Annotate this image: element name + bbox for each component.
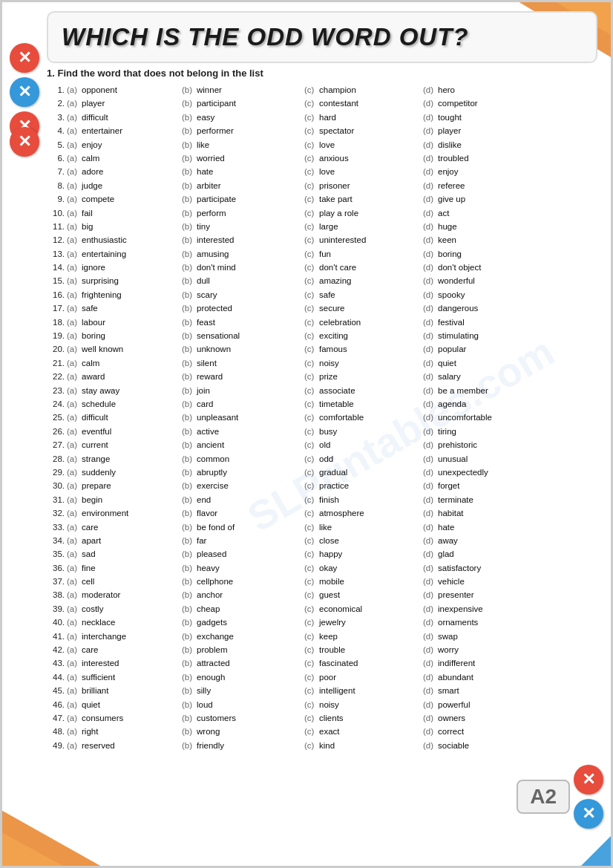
x-icon-1: ✕	[10, 43, 39, 73]
col-a-label: (a)	[67, 220, 80, 233]
col-a-label: (a)	[67, 630, 80, 643]
x-icon-2: ✕	[10, 77, 39, 107]
col-d-word: uncomfortable	[438, 411, 492, 424]
list-item: 44. (a) sufficient (b) enough (c) poor (…	[47, 670, 597, 684]
col-a-label: (a)	[67, 602, 80, 616]
col-c-label: (c)	[304, 316, 318, 329]
col-c-label: (c)	[304, 356, 318, 370]
col-b-label: (b)	[182, 288, 195, 301]
col-c-word: old	[319, 438, 423, 451]
col-d-label: (d)	[423, 288, 436, 301]
col-c-label: (c)	[304, 643, 318, 656]
col-d-label: (d)	[423, 301, 436, 315]
col-b-word: dull	[197, 274, 304, 287]
col-d-word: give up	[438, 192, 465, 206]
col-a-label: (a)	[67, 588, 80, 601]
col-b-word: friendly	[197, 739, 304, 752]
col-d-word: huge	[438, 220, 457, 233]
col-d-label: (d)	[423, 656, 436, 670]
col-c-label: (c)	[304, 493, 318, 506]
col-c-word: okay	[319, 561, 423, 575]
col-a-word: calm	[82, 356, 182, 370]
col-b-label: (b)	[182, 124, 195, 137]
col-c-word: amazing	[319, 274, 423, 287]
list-item: 47. (a) consumers (b) customers (c) clie…	[47, 711, 597, 725]
col-a-label: (a)	[67, 397, 80, 411]
col-c-word: love	[319, 138, 423, 151]
col-b-word: card	[197, 397, 304, 411]
list-item: 34. (a) apart (b) far (c) close (d) away	[47, 534, 597, 547]
item-number: 32.	[47, 506, 65, 520]
item-number: 13.	[47, 247, 65, 261]
col-b-word: ancient	[197, 438, 304, 451]
col-c-word: large	[319, 220, 423, 233]
col-c-label: (c)	[304, 725, 318, 738]
col-d-word: spooky	[438, 288, 465, 301]
col-c-word: fascinated	[319, 656, 423, 670]
col-a-word: frightening	[82, 288, 182, 301]
col-c-label: (c)	[304, 411, 318, 424]
list-item: 27. (a) current (b) ancient (c) old (d) …	[47, 438, 597, 451]
col-a-label: (a)	[67, 97, 80, 110]
col-d-word: be a member	[438, 384, 488, 397]
col-c-word: noisy	[319, 698, 423, 711]
corner-decor-bl	[2, 777, 151, 866]
col-b-label: (b)	[182, 384, 195, 397]
col-b-word: far	[197, 534, 304, 547]
col-d-label: (d)	[423, 698, 436, 711]
col-c-word: comfortable	[319, 411, 423, 424]
col-b-label: (b)	[182, 670, 195, 684]
col-a-word: well known	[82, 342, 182, 356]
col-d-word: keen	[438, 233, 456, 247]
item-number: 12.	[47, 233, 65, 247]
col-b-label: (b)	[182, 711, 195, 725]
col-b-word: participant	[197, 97, 304, 110]
col-d-word: tiring	[438, 425, 456, 438]
col-d-word: owners	[438, 711, 465, 725]
col-c-label: (c)	[304, 138, 318, 151]
col-b-label: (b)	[182, 602, 195, 616]
col-c-label: (c)	[304, 602, 318, 616]
col-c-label: (c)	[304, 165, 318, 178]
col-d-label: (d)	[423, 725, 436, 738]
col-d-word: referee	[438, 179, 465, 192]
list-item: 36. (a) fine (b) heavy (c) okay (d) sati…	[47, 561, 597, 575]
col-b-label: (b)	[182, 534, 195, 547]
list-item: 41. (a) interchange (b) exchange (c) kee…	[47, 630, 597, 643]
col-d-label: (d)	[423, 97, 436, 110]
col-a-word: eventful	[82, 425, 182, 438]
col-d-label: (d)	[423, 616, 436, 629]
col-b-word: scary	[197, 288, 304, 301]
col-a-label: (a)	[67, 561, 80, 575]
col-a-word: compete	[82, 192, 182, 206]
col-a-label: (a)	[67, 233, 80, 247]
col-a-label: (a)	[67, 479, 80, 492]
col-a-label: (a)	[67, 656, 80, 670]
col-b-label: (b)	[182, 316, 195, 329]
col-d-word: enjoy	[438, 165, 459, 178]
col-c-label: (c)	[304, 670, 318, 684]
col-a-label: (a)	[67, 356, 80, 370]
col-a-label: (a)	[67, 493, 80, 506]
col-b-word: worried	[197, 151, 304, 165]
col-b-word: amusing	[197, 247, 304, 261]
word-list: 1. (a) opponent (b) winner (c) champion …	[47, 83, 597, 752]
col-d-label: (d)	[423, 274, 436, 287]
col-b-word: like	[197, 138, 304, 151]
item-number: 29.	[47, 466, 65, 479]
col-d-label: (d)	[423, 411, 436, 424]
list-item: 3. (a) difficult (b) easy (c) hard (d) t…	[47, 111, 597, 124]
list-item: 17. (a) safe (b) protected (c) secure (d…	[47, 301, 597, 315]
col-d-label: (d)	[423, 342, 436, 356]
col-a-label: (a)	[67, 111, 80, 124]
col-c-word: gradual	[319, 466, 423, 479]
col-c-word: celebration	[319, 316, 423, 329]
col-b-label: (b)	[182, 83, 195, 97]
col-d-word: powerful	[438, 698, 470, 711]
col-b-word: problem	[197, 643, 304, 656]
col-b-word: abruptly	[197, 466, 304, 479]
col-d-label: (d)	[423, 547, 436, 561]
col-d-word: hate	[438, 521, 454, 534]
col-b-label: (b)	[182, 192, 195, 206]
item-number: 34.	[47, 534, 65, 547]
